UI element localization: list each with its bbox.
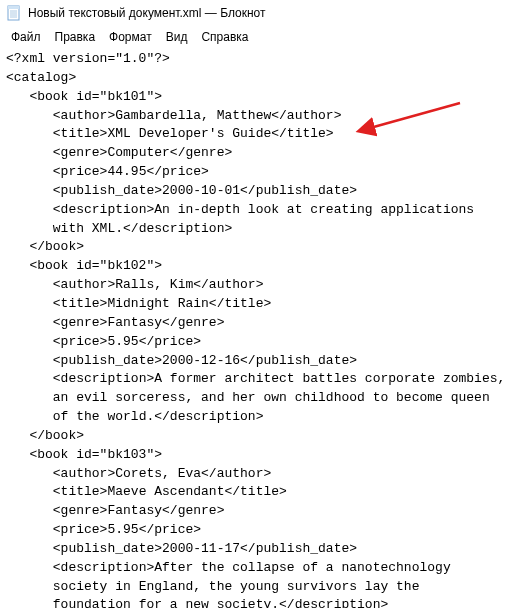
menubar: Файл Правка Формат Вид Справка bbox=[0, 26, 526, 48]
window-title: Новый текстовый документ.xml — Блокнот bbox=[28, 6, 266, 20]
menu-view[interactable]: Вид bbox=[159, 28, 195, 46]
text-editor[interactable]: <?xml version="1.0"?> <catalog> <book id… bbox=[0, 48, 526, 608]
menu-file[interactable]: Файл bbox=[4, 28, 48, 46]
window-titlebar: Новый текстовый документ.xml — Блокнот bbox=[0, 0, 526, 26]
notepad-icon bbox=[6, 5, 22, 21]
svg-rect-1 bbox=[8, 6, 19, 9]
menu-format[interactable]: Формат bbox=[102, 28, 159, 46]
menu-help[interactable]: Справка bbox=[194, 28, 255, 46]
menu-edit[interactable]: Правка bbox=[48, 28, 103, 46]
